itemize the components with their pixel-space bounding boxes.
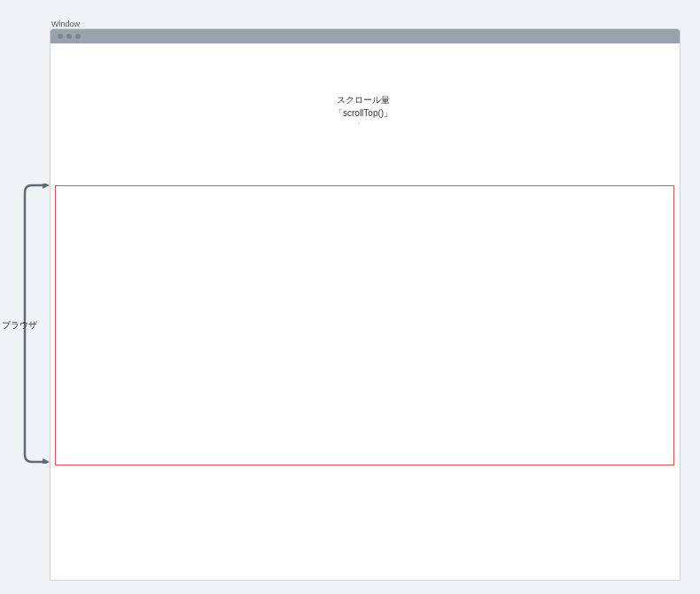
traffic-light-minimize-icon (66, 34, 72, 39)
window-titlebar (51, 29, 680, 43)
scroll-label-line2: 「scrollTop()」 (334, 106, 393, 120)
window-frame: スクロール量 「scrollTop()」 (50, 28, 681, 581)
svg-marker-3 (43, 184, 50, 189)
scroll-label-line1: スクロール量 (334, 93, 393, 106)
traffic-light-zoom-icon (75, 34, 81, 39)
svg-marker-2 (358, 124, 360, 125)
browser-label: ブラウザ (2, 319, 37, 332)
scroll-amount-label: スクロール量 「scrollTop()」 (334, 91, 393, 121)
traffic-light-close-icon (58, 34, 63, 39)
svg-marker-4 (43, 458, 50, 464)
viewport-box (55, 185, 674, 465)
window-label: Window (51, 20, 80, 28)
